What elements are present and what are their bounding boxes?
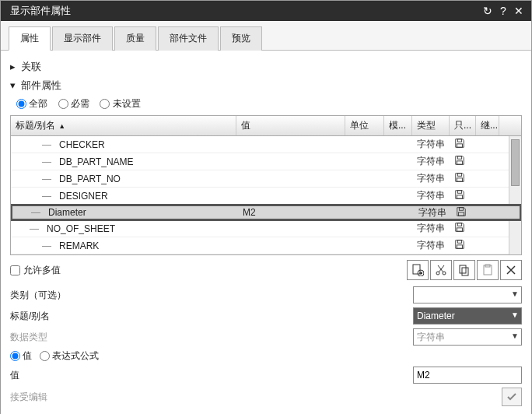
tab-part-file[interactable]: 部件文件 (158, 26, 219, 51)
paste-button[interactable] (477, 260, 499, 280)
table-row[interactable]: —DESIGNER字符串 (11, 188, 521, 205)
title-label: 标题/别名 (10, 310, 88, 323)
svg-rect-12 (457, 240, 461, 244)
category-label: 类别（可选） (10, 289, 88, 302)
table-row[interactable]: —DiameterM2字符串 (11, 204, 521, 221)
accept-edit-button[interactable] (502, 388, 522, 406)
save-icon (454, 172, 465, 183)
window-title: 显示部件属性 (10, 4, 480, 18)
svg-rect-14 (413, 265, 420, 274)
svg-rect-10 (457, 223, 461, 226)
tab-bar: 属性 显示部件 质量 部件文件 预览 (1, 21, 531, 51)
svg-rect-0 (457, 139, 461, 142)
col-model[interactable]: 模... (384, 116, 412, 135)
tab-preview[interactable]: 预览 (220, 26, 262, 51)
svg-rect-2 (457, 156, 461, 160)
filter-all[interactable]: 全部 (16, 98, 47, 109)
help-icon[interactable]: ? (495, 5, 511, 17)
datatype-label: 数据类型 (10, 331, 88, 344)
refresh-icon[interactable]: ↻ (480, 5, 495, 17)
save-icon (454, 239, 465, 250)
section-part-attrs[interactable]: ▾ 部件属性 (10, 79, 522, 93)
value-mode-expr[interactable]: 表达式公式 (40, 350, 99, 361)
filter-radios: 全部 必需 未设置 (16, 97, 522, 111)
svg-rect-7 (457, 195, 463, 198)
chevron-down-icon: ▾ (10, 79, 18, 91)
close-icon[interactable]: ✕ (511, 5, 527, 17)
save-icon (456, 206, 467, 217)
value-mode-value[interactable]: 值 (10, 350, 32, 361)
svg-rect-8 (459, 207, 463, 210)
col-name[interactable]: 标题/别名 (11, 116, 236, 135)
col-value[interactable]: 值 (236, 116, 345, 135)
table-row[interactable]: —DB_PART_NO字符串 (11, 170, 521, 188)
section-association[interactable]: ▸ 关联 (10, 60, 522, 74)
svg-rect-9 (459, 212, 464, 215)
vertical-scrollbar[interactable] (509, 136, 521, 254)
svg-rect-13 (457, 245, 463, 248)
svg-rect-6 (457, 191, 461, 194)
col-inherit[interactable]: 继... (476, 116, 499, 135)
value-input[interactable] (413, 367, 522, 384)
save-icon (454, 189, 465, 200)
value-mode-radios: 值 表达式公式 (10, 349, 99, 363)
svg-rect-4 (457, 174, 461, 177)
save-icon (454, 155, 465, 166)
allow-multi-value[interactable]: 允许多值 (10, 264, 61, 277)
col-unit[interactable]: 单位 (345, 116, 384, 135)
value-label: 值 (10, 369, 88, 382)
add-attribute-button[interactable] (407, 260, 429, 280)
filter-unset[interactable]: 未设置 (100, 98, 140, 109)
chevron-right-icon: ▸ (10, 61, 18, 72)
delete-button[interactable] (500, 260, 522, 280)
col-type[interactable]: 类型 (412, 116, 450, 135)
svg-rect-1 (457, 144, 463, 147)
accept-edit-label: 接受编辑 (10, 391, 88, 404)
title-select[interactable] (413, 307, 522, 325)
svg-rect-3 (457, 161, 463, 164)
tab-display-parts[interactable]: 显示部件 (52, 26, 113, 51)
filter-required[interactable]: 必需 (58, 98, 89, 109)
category-select[interactable] (413, 286, 522, 303)
cut-button[interactable] (430, 260, 452, 280)
tab-attributes[interactable]: 属性 (9, 26, 51, 51)
table-row[interactable]: —DB_PART_NAME字符串 (11, 153, 521, 170)
table-row[interactable]: —NO_OF_SHEET字符串 (11, 220, 521, 237)
svg-rect-18 (460, 265, 466, 273)
svg-rect-11 (457, 228, 463, 231)
save-icon (454, 222, 465, 233)
col-readonly[interactable]: 只... (450, 116, 476, 135)
datatype-select (413, 328, 522, 346)
table-row[interactable]: —CHECKER字符串 (11, 136, 521, 153)
copy-button[interactable] (453, 260, 475, 280)
tab-mass[interactable]: 质量 (114, 26, 156, 51)
save-icon (454, 138, 465, 149)
svg-rect-5 (457, 178, 463, 181)
attribute-table: 标题/别名 值 单位 模... 类型 只... 继... —CHECKER字符串… (10, 115, 522, 255)
svg-rect-19 (462, 268, 468, 275)
table-row[interactable]: —REMARK字符串 (11, 237, 521, 254)
